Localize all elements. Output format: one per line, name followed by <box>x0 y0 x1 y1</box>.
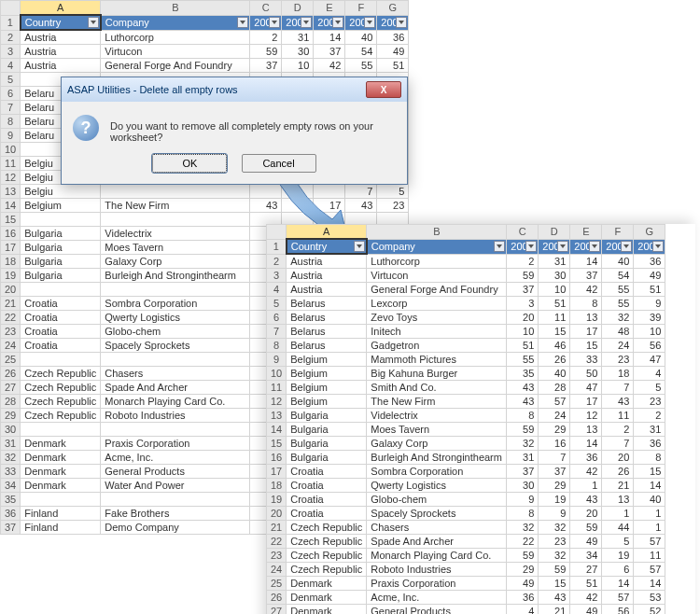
data-cell[interactable] <box>21 423 101 437</box>
data-cell[interactable]: 43 <box>570 493 602 507</box>
data-cell[interactable]: 30 <box>507 479 539 493</box>
data-cell[interactable]: 36 <box>634 254 665 269</box>
header-cell[interactable]: 2005 <box>250 15 282 30</box>
row-header[interactable]: 16 <box>1 227 21 241</box>
data-cell[interactable]: 7 <box>602 437 634 451</box>
row-header[interactable]: 11 <box>1 157 21 171</box>
data-cell[interactable]: Videlectrix <box>367 409 507 423</box>
data-cell[interactable]: Croatia <box>287 493 367 507</box>
filter-dropdown-icon[interactable] <box>364 17 375 28</box>
data-cell[interactable]: Denmark <box>21 479 101 493</box>
data-cell[interactable]: 36 <box>507 591 539 605</box>
data-cell[interactable]: Virtucon <box>101 45 250 59</box>
data-cell[interactable]: 3 <box>507 297 539 311</box>
data-cell[interactable]: 59 <box>507 423 539 437</box>
row-header[interactable]: 21 <box>267 521 287 535</box>
data-cell[interactable]: 36 <box>570 451 602 465</box>
data-cell[interactable]: 2 <box>507 254 539 269</box>
data-cell[interactable]: Czech Republic <box>21 395 101 409</box>
data-cell[interactable]: 51 <box>377 59 409 73</box>
col-header[interactable]: B <box>101 1 250 16</box>
data-cell[interactable]: Croatia <box>287 479 367 493</box>
col-header[interactable]: B <box>367 225 507 240</box>
col-header[interactable]: F <box>345 1 377 16</box>
data-cell[interactable]: Denmark <box>287 591 367 605</box>
data-cell[interactable]: Zevo Toys <box>367 311 507 325</box>
data-cell[interactable]: 14 <box>570 254 602 269</box>
data-cell[interactable]: 16 <box>539 437 570 451</box>
data-cell[interactable]: 57 <box>282 199 314 213</box>
data-cell[interactable] <box>21 353 101 367</box>
data-cell[interactable]: Globo-chem <box>367 493 507 507</box>
row-header[interactable]: 24 <box>1 339 21 353</box>
data-cell[interactable]: 31 <box>507 451 539 465</box>
select-all-corner[interactable] <box>1 1 21 16</box>
data-cell[interactable]: 9 <box>507 493 539 507</box>
row-header[interactable]: 10 <box>1 143 21 157</box>
data-cell[interactable]: Austria <box>21 59 101 73</box>
data-cell[interactable]: 43 <box>345 199 377 213</box>
row-header[interactable]: 24 <box>267 563 287 577</box>
data-cell[interactable]: Luthorcorp <box>101 30 250 45</box>
data-cell[interactable]: Galaxy Corp <box>367 437 507 451</box>
data-cell[interactable]: 29 <box>539 423 570 437</box>
data-cell[interactable]: 10 <box>634 325 665 339</box>
data-cell[interactable]: Smith And Co. <box>367 381 507 395</box>
data-cell[interactable]: Czech Republic <box>287 563 367 577</box>
data-cell[interactable]: Sombra Corporation <box>367 465 507 479</box>
data-cell[interactable]: 37 <box>250 59 282 73</box>
data-cell[interactable]: 6 <box>602 563 634 577</box>
data-cell[interactable]: Croatia <box>21 339 101 353</box>
row-header[interactable]: 1 <box>1 15 21 30</box>
data-cell[interactable]: Sombra Corporation <box>101 297 250 311</box>
filter-dropdown-icon[interactable] <box>652 241 664 252</box>
data-cell[interactable]: Czech Republic <box>21 409 101 423</box>
data-cell[interactable]: 50 <box>570 367 602 381</box>
filter-dropdown-icon[interactable] <box>525 241 537 252</box>
data-cell[interactable]: 5 <box>602 535 634 549</box>
data-cell[interactable]: Austria <box>287 269 367 283</box>
row-header[interactable]: 9 <box>1 129 21 143</box>
data-cell[interactable]: 31 <box>539 254 570 269</box>
data-cell[interactable]: Initech <box>367 325 507 339</box>
data-cell[interactable]: 21 <box>602 479 634 493</box>
col-header[interactable]: C <box>250 1 282 16</box>
data-cell[interactable]: 21 <box>539 605 570 615</box>
row-header[interactable]: 13 <box>1 185 21 199</box>
data-cell[interactable] <box>101 185 250 199</box>
data-cell[interactable]: 57 <box>602 591 634 605</box>
data-cell[interactable]: Czech Republic <box>21 381 101 395</box>
data-cell[interactable]: 9 <box>634 297 665 311</box>
data-cell[interactable]: 19 <box>602 549 634 563</box>
header-cell[interactable]: 2008 <box>602 239 634 254</box>
data-cell[interactable]: 59 <box>539 563 570 577</box>
data-cell[interactable]: Chasers <box>101 367 250 381</box>
data-cell[interactable]: 43 <box>539 591 570 605</box>
data-cell[interactable]: Bulgaria <box>21 269 101 283</box>
data-cell[interactable]: Galaxy Corp <box>101 255 250 269</box>
data-cell[interactable]: Lexcorp <box>367 297 507 311</box>
filter-dropdown-icon[interactable] <box>269 17 280 28</box>
data-cell[interactable]: 51 <box>507 339 539 353</box>
data-cell[interactable]: Qwerty Logistics <box>367 479 507 493</box>
data-cell[interactable]: Austria <box>287 283 367 297</box>
data-cell[interactable]: 43 <box>602 395 634 409</box>
data-cell[interactable]: Bulgaria <box>287 437 367 451</box>
data-cell[interactable]: 57 <box>634 563 665 577</box>
row-header[interactable]: 37 <box>1 521 21 535</box>
data-cell[interactable]: Belgium <box>287 367 367 381</box>
data-cell[interactable]: 39 <box>634 311 665 325</box>
data-cell[interactable] <box>101 283 250 297</box>
row-header[interactable]: 1 <box>267 239 287 254</box>
row-header[interactable]: 3 <box>1 45 21 59</box>
data-cell[interactable]: 22 <box>507 535 539 549</box>
data-cell[interactable]: 57 <box>634 535 665 549</box>
data-cell[interactable]: Mammoth Pictures <box>367 353 507 367</box>
data-cell[interactable]: 59 <box>570 521 602 535</box>
data-cell[interactable]: 33 <box>570 353 602 367</box>
data-cell[interactable]: Burleigh And Stronginthearm <box>101 269 250 283</box>
row-header[interactable]: 21 <box>1 297 21 311</box>
row-header[interactable]: 8 <box>267 339 287 353</box>
data-cell[interactable]: Croatia <box>21 311 101 325</box>
data-cell[interactable]: 44 <box>602 521 634 535</box>
